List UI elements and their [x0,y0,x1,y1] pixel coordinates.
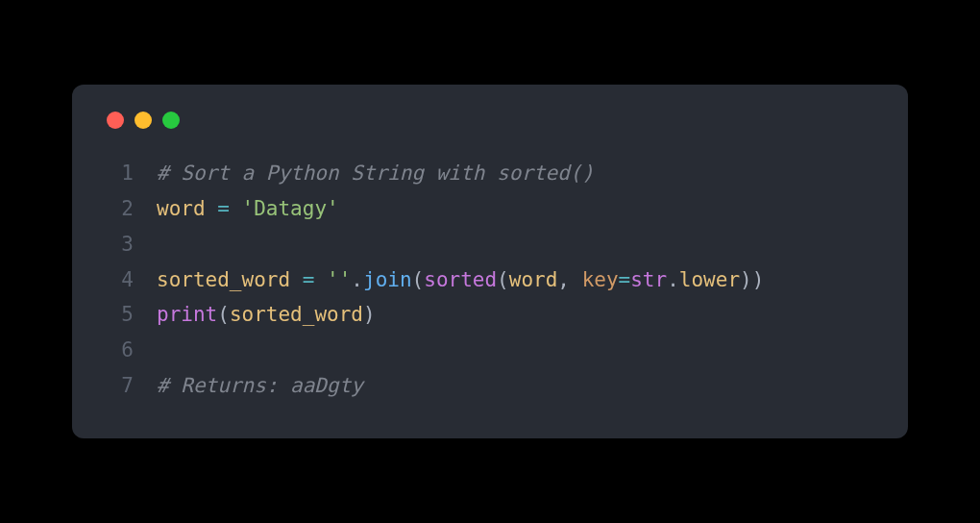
code-line: 6 [103,333,877,368]
code-token: '' [327,268,351,291]
close-icon[interactable] [107,112,124,129]
line-number: 4 [103,262,134,298]
code-token: ( [217,303,230,326]
code-editor-window: 1# Sort a Python String with sorted()2wo… [72,85,908,437]
code-content[interactable] [157,227,877,262]
line-number: 1 [103,156,134,191]
code-token [206,197,218,220]
code-line: 3 [103,227,877,262]
code-content[interactable]: # Sort a Python String with sorted() [157,156,877,191]
line-number: 6 [103,333,134,368]
code-token [290,268,303,291]
code-token: . [351,268,363,291]
code-token: ) [363,303,376,326]
code-token: join [363,268,412,291]
code-token: lower [679,268,740,291]
code-token: 'Datagy' [242,197,339,220]
window-controls [103,112,877,129]
code-content[interactable]: word = 'Datagy' [157,191,877,227]
code-token: print [157,303,217,326]
code-token: ( [412,268,425,291]
minimize-icon[interactable] [135,112,152,129]
code-token: sorted_word [157,268,290,291]
line-number: 2 [103,191,134,227]
code-content[interactable]: # Returns: aaDgty [157,368,877,404]
code-token: sorted_word [230,303,363,326]
code-token: = [217,197,230,220]
code-token: sorted [424,268,497,291]
code-line: 1# Sort a Python String with sorted() [103,156,877,191]
code-token: word [157,197,206,220]
code-token: str [630,268,667,291]
code-token [230,197,242,220]
code-content[interactable] [157,333,877,368]
code-token: = [303,268,315,291]
code-line: 4sorted_word = ''.join(sorted(word, key=… [103,262,877,298]
code-line: 2word = 'Datagy' [103,191,877,227]
code-token: )) [740,268,764,291]
code-content[interactable]: sorted_word = ''.join(sorted(word, key=s… [157,262,877,298]
line-number: 5 [103,297,134,333]
code-line: 5print(sorted_word) [103,297,877,333]
code-token: key [582,268,619,291]
code-content[interactable]: print(sorted_word) [157,297,877,333]
line-number: 3 [103,227,134,262]
code-token: # Returns: aaDgty [157,374,363,397]
code-line: 7# Returns: aaDgty [103,368,877,404]
code-area: 1# Sort a Python String with sorted()2wo… [103,156,877,403]
code-token: word [509,268,558,291]
code-token: . [667,268,679,291]
code-token: # Sort a Python String with sorted() [157,162,594,185]
code-token [314,268,327,291]
code-token: , [557,268,581,291]
code-token: ( [497,268,509,291]
maximize-icon[interactable] [162,112,180,129]
line-number: 7 [103,368,134,404]
code-token: = [619,268,631,291]
